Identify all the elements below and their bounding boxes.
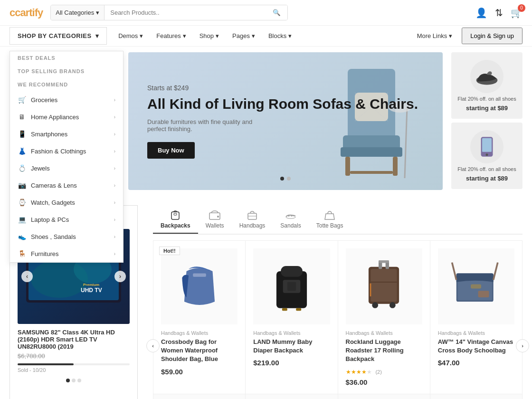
hero-dot-2[interactable] [287, 177, 291, 180]
dropdown-item-smartphones[interactable]: 📱Smartphones › [10, 125, 123, 142]
dropdown-item-laptops[interactable]: 💻Laptop & PCs › [10, 211, 123, 228]
dropdown-item-shoes[interactable]: 👟Shoes , Sandals › [10, 228, 123, 245]
products-next-button[interactable]: › [516, 339, 529, 352]
product-grid: Hot!! Handbags & Wallets Crossbody Bag f… [153, 240, 522, 394]
chevron-icon: › [114, 132, 115, 137]
header: ccartify All Categories ▾ 🔍 👤 ⇅ 🛒 0 [0, 0, 532, 26]
dropdown-item-fashion[interactable]: 👗Fashion & Clothings › [10, 142, 123, 160]
product-card-4: Handbags & Wallets AW™ 14" Vintage Canva… [430, 241, 522, 394]
handbag-icon [246, 209, 259, 220]
side-banners: Flat 20% off. on all shoes starting at $… [451, 52, 522, 194]
search-button[interactable]: 🔍 [266, 5, 287, 20]
cart-badge: 0 [518, 4, 525, 12]
chevron-icon: › [114, 149, 115, 154]
svg-rect-37 [282, 308, 287, 311]
svg-rect-47 [370, 284, 371, 297]
cart-icon-button[interactable]: 🛒 0 [511, 7, 522, 19]
categories-dropdown: BEST DEALS TOP SELLING BRANDS WE RECOMME… [10, 51, 124, 263]
category-select[interactable]: All Categories ▾ [51, 5, 104, 20]
category-label: All Categories [56, 9, 94, 16]
shoes-icon: 👟 [18, 232, 26, 241]
furniture-icon: 🪑 [18, 249, 26, 258]
chevron-icon: › [114, 166, 115, 171]
svg-rect-32 [193, 274, 206, 277]
chevron-icon: › [114, 114, 115, 120]
product-price-4: $47.00 [438, 359, 514, 367]
dropdown-item-watches[interactable]: ⌚Watch, Gadgets › [10, 194, 123, 211]
offer-dot-2[interactable] [72, 379, 76, 382]
product-name-2: LAND Mummy Baby Diaper Backpack [253, 338, 330, 355]
tab-wallets[interactable]: Wallets [198, 205, 232, 234]
login-signup-button[interactable]: Login & Sign up [462, 28, 522, 44]
side-banner-shoes-1[interactable]: Flat 20% off. on all shoes starting at $… [451, 52, 522, 119]
hero-banner-wrap: Starts at $249 All Kind of Living Room S… [128, 52, 443, 194]
hero-dot-1[interactable] [280, 177, 284, 180]
offer-prev-button[interactable]: ‹ [21, 271, 33, 282]
compare-icon-button[interactable]: ⇅ [495, 7, 503, 19]
product-price-1: $59.00 [161, 368, 238, 376]
svg-point-44 [372, 302, 378, 308]
offer-next-button[interactable]: › [114, 271, 126, 282]
search-input[interactable] [104, 5, 266, 20]
features-chevron-icon: ▾ [183, 32, 186, 39]
buy-now-button[interactable]: Buy Now [147, 142, 195, 159]
hero-title: All Kind of Living Room Sofas & Chairs. [147, 95, 418, 113]
chevron-icon: › [114, 251, 115, 256]
section-best-deals: BEST DEALS [10, 51, 123, 65]
svg-rect-36 [287, 282, 296, 291]
groceries-icon: 🛒 [18, 95, 26, 104]
nav-link-demos[interactable]: Demos ▾ [113, 26, 149, 46]
dropdown-item-furnitures[interactable]: 🪑Furnitures › [10, 245, 123, 262]
product-name-4: AW™ 14" Vintage Canvas Cross Body School… [438, 338, 514, 355]
product-image-4 [438, 248, 514, 324]
nav-link-blocks[interactable]: Blocks ▾ [263, 26, 297, 46]
svg-point-26 [217, 216, 219, 218]
tab-totte-bags[interactable]: Totte Bags [309, 205, 351, 234]
nav-link-pages[interactable]: Pages ▾ [227, 26, 261, 46]
svg-rect-4 [393, 157, 398, 176]
product-placeholder-4 [430, 394, 522, 399]
product-reviews-3: (2) [375, 369, 381, 375]
product-grid-row2 [153, 394, 522, 399]
chevron-icon: › [114, 234, 115, 239]
tab-handbags[interactable]: Handbags [232, 205, 273, 234]
side-banner-phones-1[interactable]: Flat 20% off. on all shoes starting at $… [451, 123, 522, 189]
fashion-icon: 👗 [18, 147, 26, 155]
dropdown-item-cameras[interactable]: 📷Cameras & Lens › [10, 177, 123, 194]
backpack-icon [169, 209, 182, 220]
side-banner-text-2: Flat 20% off. on all shoes [457, 166, 516, 172]
side-banner-text-1: Flat 20% off. on all shoes [457, 96, 516, 102]
dropdown-item-jewels[interactable]: 💍Jewels › [10, 160, 123, 177]
offer-dot-1[interactable] [66, 379, 70, 382]
products-right: Backpacks Wallets [153, 205, 522, 399]
product-card-2: Handbags & Wallets LAND Mummy Baby Diape… [246, 241, 338, 394]
nav-link-shop[interactable]: Shop ▾ [194, 26, 225, 46]
product-price-2: $219.00 [253, 359, 330, 367]
offer-dot-3[interactable] [77, 379, 81, 382]
dropdown-item-appliances[interactable]: 🖥Home Appliances › [10, 108, 123, 125]
nav-link-features[interactable]: Features ▾ [151, 26, 191, 46]
product-placeholder-2 [246, 394, 338, 399]
user-icon-button[interactable]: 👤 [475, 7, 487, 19]
hero-description: Durable furnitures with fine quality and… [147, 118, 271, 133]
dropdown-item-groceries[interactable]: 🛒Groceries › [10, 91, 123, 108]
svg-point-45 [390, 302, 396, 308]
tab-sandals[interactable]: Sandals [273, 205, 308, 234]
svg-rect-34 [281, 266, 303, 277]
more-links-button[interactable]: More Links ▾ [411, 26, 458, 46]
tab-backpacks[interactable]: Backpacks [153, 205, 198, 234]
appliances-icon: 🖥 [18, 113, 26, 121]
blocks-chevron-icon: ▾ [288, 32, 292, 39]
search-bar: All Categories ▾ 🔍 [50, 5, 288, 20]
svg-rect-38 [296, 308, 301, 311]
shop-by-categories-button[interactable]: SHOP BY CATEGORIES ▾ [10, 27, 107, 45]
products-prev-button[interactable]: ‹ [146, 339, 160, 352]
watch-icon: ⌚ [18, 198, 26, 207]
logo[interactable]: ccartify [10, 7, 43, 19]
product-price-3: $36.00 [346, 378, 422, 386]
totte-bags-icon [323, 209, 336, 220]
svg-rect-43 [379, 260, 389, 263]
pages-chevron-icon: ▾ [252, 32, 255, 39]
sandals-icon [284, 209, 297, 220]
offer-progress [18, 363, 130, 365]
